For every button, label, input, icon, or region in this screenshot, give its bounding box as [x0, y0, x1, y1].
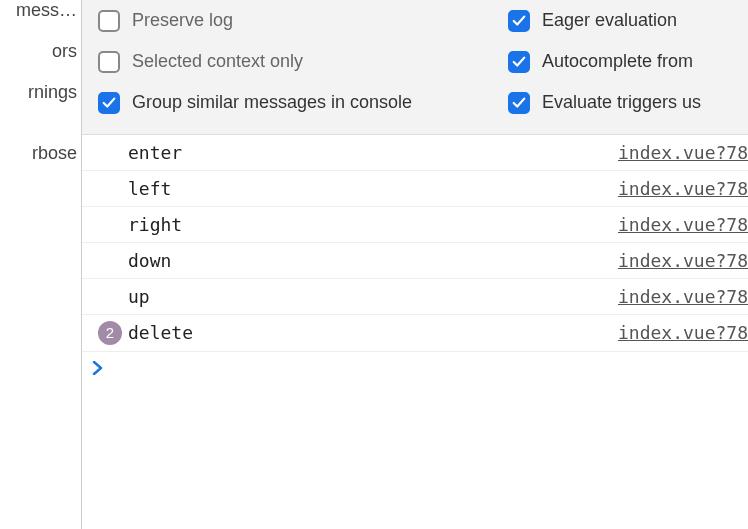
log-source-link[interactable]: index.vue?78 — [618, 250, 748, 271]
log-row: up index.vue?78 — [82, 279, 748, 315]
log-message: down — [128, 250, 618, 271]
log-source-link[interactable]: index.vue?78 — [618, 322, 748, 343]
log-source-link[interactable]: index.vue?78 — [618, 142, 748, 163]
setting-label: Evaluate triggers us — [542, 90, 701, 115]
setting-label: Group similar messages in console — [132, 90, 412, 115]
log-message: up — [128, 286, 618, 307]
setting-eager-eval: Eager evaluation — [502, 0, 738, 41]
log-message: enter — [128, 142, 618, 163]
check-icon — [512, 96, 526, 110]
checkbox-autocomplete[interactable] — [508, 51, 530, 73]
checkbox-preserve-log[interactable] — [98, 10, 120, 32]
log-source-link[interactable]: index.vue?78 — [618, 286, 748, 307]
checkbox-group-similar[interactable] — [98, 92, 120, 114]
check-icon — [102, 96, 116, 110]
console-settings: Preserve log Selected context only Group… — [82, 0, 748, 135]
setting-autocomplete: Autocomplete from — [502, 41, 738, 82]
log-message: left — [128, 178, 618, 199]
checkbox-evaluate-triggers[interactable] — [508, 92, 530, 114]
checkbox-eager-eval[interactable] — [508, 10, 530, 32]
check-icon — [512, 14, 526, 28]
setting-evaluate-triggers: Evaluate triggers us — [502, 82, 738, 123]
log-row: left index.vue?78 — [82, 171, 748, 207]
log-row: down index.vue?78 — [82, 243, 748, 279]
console-prompt[interactable] — [82, 352, 748, 385]
setting-preserve-log: Preserve log — [92, 0, 502, 41]
log-count-badge: 2 — [98, 321, 122, 345]
sidebar-item-info[interactable] — [0, 113, 81, 133]
setting-label: Preserve log — [132, 8, 233, 33]
setting-label: Eager evaluation — [542, 8, 677, 33]
setting-group-similar: Group similar messages in console — [92, 82, 502, 123]
sidebar-item-messages[interactable]: mess… — [0, 0, 81, 31]
sidebar-item-warnings[interactable]: rnings — [0, 72, 81, 113]
check-icon — [512, 55, 526, 69]
log-message: right — [128, 214, 618, 235]
chevron-right-icon — [92, 358, 104, 379]
log-message: delete — [128, 322, 618, 343]
checkbox-selected-context[interactable] — [98, 51, 120, 73]
sidebar-item-verbose[interactable]: rbose — [0, 133, 81, 174]
console-output: enter index.vue?78 left index.vue?78 rig… — [82, 135, 748, 529]
setting-selected-context: Selected context only — [92, 41, 502, 82]
setting-label: Autocomplete from — [542, 49, 693, 74]
log-source-link[interactable]: index.vue?78 — [618, 214, 748, 235]
setting-label: Selected context only — [132, 49, 303, 74]
sidebar: mess… ors rnings rbose — [0, 0, 82, 529]
log-row: enter index.vue?78 — [82, 135, 748, 171]
sidebar-item-errors[interactable]: ors — [0, 31, 81, 72]
log-row: right index.vue?78 — [82, 207, 748, 243]
log-row: 2 delete index.vue?78 — [82, 315, 748, 352]
log-source-link[interactable]: index.vue?78 — [618, 178, 748, 199]
